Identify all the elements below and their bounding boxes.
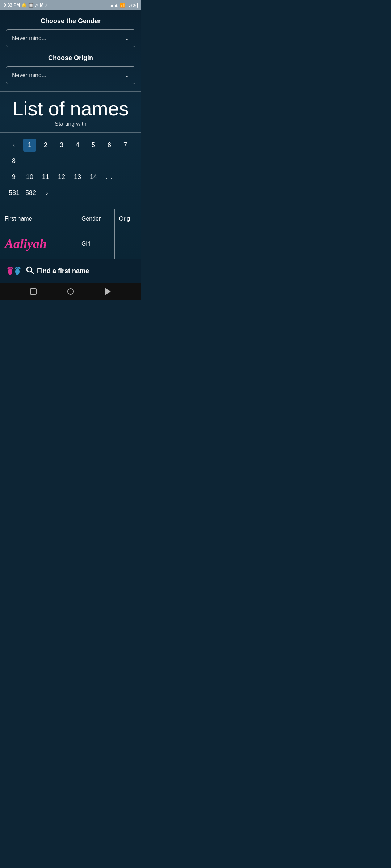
page-13[interactable]: 13	[71, 170, 84, 183]
page-11[interactable]: 11	[39, 170, 52, 183]
gender-section: Choose the Gender Never mind... ⌄	[6, 17, 135, 47]
dot-icon: ·	[49, 3, 50, 8]
search-icon	[26, 266, 34, 276]
nav-home-button[interactable]	[66, 287, 75, 296]
time: 9:33 PM	[4, 3, 20, 8]
gender-dropdown-arrow: ⌄	[125, 35, 129, 42]
svg-point-5	[15, 268, 20, 275]
list-of-names-section: List of names Starting with	[0, 91, 141, 133]
page-ellipsis: ...	[103, 170, 116, 183]
svg-line-11	[31, 272, 34, 274]
status-bar: 9:33 PM 🔔 🔲 △ M ♪ · ▲▲ 📶 37%	[0, 0, 141, 10]
svg-point-6	[15, 268, 16, 269]
table-header-firstname: First name	[0, 209, 77, 229]
table-header-gender: Gender	[77, 209, 114, 229]
origin-section: Choose Origin Never mind... ⌄	[6, 54, 135, 84]
svg-point-3	[10, 267, 12, 269]
page-582[interactable]: 582	[24, 186, 38, 199]
names-table: First name Gender Orig Aaliyah Girl	[0, 209, 141, 259]
main-content: Choose the Gender Never mind... ⌄ Choose…	[0, 10, 141, 259]
table-header-row: First name Gender Orig	[0, 209, 141, 229]
list-of-names-title: List of names	[0, 98, 141, 119]
android-nav-bar	[0, 283, 141, 300]
pagination-row-3: 581 582 ›	[7, 186, 134, 199]
gender-dropdown[interactable]: Never mind... ⌄	[6, 29, 135, 47]
page-3[interactable]: 3	[55, 139, 68, 152]
bottom-bar: Find a first name	[0, 259, 141, 283]
mail-icon: M	[40, 3, 43, 8]
name-fancy-text: Aaliyah	[5, 237, 47, 251]
pagination: ‹ 1 2 3 4 5 6 7 8 9 10 11 12 13 14 ... 5…	[6, 133, 135, 205]
table-row[interactable]: Aaliyah Girl	[0, 229, 141, 259]
page-14[interactable]: 14	[87, 170, 100, 183]
svg-point-4	[12, 268, 13, 269]
table-cell-gender: Girl	[77, 229, 114, 259]
page-4[interactable]: 4	[71, 139, 84, 152]
page-581[interactable]: 581	[7, 186, 21, 199]
alarm-icon: 🔔	[21, 3, 27, 8]
tiktok-icon: ♪	[45, 3, 47, 8]
svg-point-9	[19, 267, 21, 269]
page-1[interactable]: 1	[23, 139, 36, 152]
table-cell-name[interactable]: Aaliyah	[0, 229, 77, 259]
page-12[interactable]: 12	[55, 170, 68, 183]
status-left: 9:33 PM 🔔 🔲 △ M ♪ ·	[4, 3, 50, 8]
page-6[interactable]: 6	[103, 139, 116, 152]
battery-icon: 37%	[127, 3, 138, 8]
table-header-origin: Orig	[114, 209, 141, 229]
nav-back-button[interactable]	[103, 287, 113, 296]
list-of-names-subtitle: Starting with	[0, 121, 141, 127]
page-9[interactable]: 9	[7, 170, 20, 183]
pagination-row-1: ‹ 1 2 3 4 5 6 7 8	[7, 139, 134, 167]
nav-home-icon	[67, 288, 74, 295]
page-5[interactable]: 5	[87, 139, 100, 152]
gender-dropdown-value: Never mind...	[12, 35, 46, 42]
drive-icon: △	[35, 3, 38, 8]
origin-dropdown-arrow: ⌄	[125, 72, 129, 78]
status-right: ▲▲ 📶 37%	[110, 3, 138, 8]
svg-point-2	[9, 267, 10, 269]
page-7[interactable]: 7	[119, 139, 132, 152]
page-prev[interactable]: ‹	[7, 139, 20, 152]
pagination-row-2: 9 10 11 12 13 14 ...	[7, 170, 134, 183]
nav-recent-button[interactable]	[29, 287, 38, 296]
wifi-icon: 📶	[120, 3, 125, 8]
origin-dropdown[interactable]: Never mind... ⌄	[6, 66, 135, 84]
gender-title: Choose the Gender	[6, 17, 135, 25]
page-8[interactable]: 8	[7, 154, 20, 167]
page-10[interactable]: 10	[23, 170, 36, 183]
signal-icon: ▲▲	[110, 3, 118, 8]
origin-title: Choose Origin	[6, 54, 135, 62]
table-cell-origin	[114, 229, 141, 259]
find-name-label: Find a first name	[37, 267, 89, 275]
nav-recent-icon	[30, 288, 37, 295]
page-2[interactable]: 2	[39, 139, 52, 152]
origin-dropdown-value: Never mind...	[12, 72, 46, 78]
page-next[interactable]: ›	[41, 186, 54, 199]
baby-feet-icon	[6, 264, 22, 278]
nav-back-icon	[105, 288, 111, 295]
notification-icon: 🔲	[28, 3, 34, 8]
svg-point-7	[16, 267, 18, 269]
find-name-button[interactable]: Find a first name	[26, 266, 89, 276]
svg-point-1	[8, 267, 9, 269]
